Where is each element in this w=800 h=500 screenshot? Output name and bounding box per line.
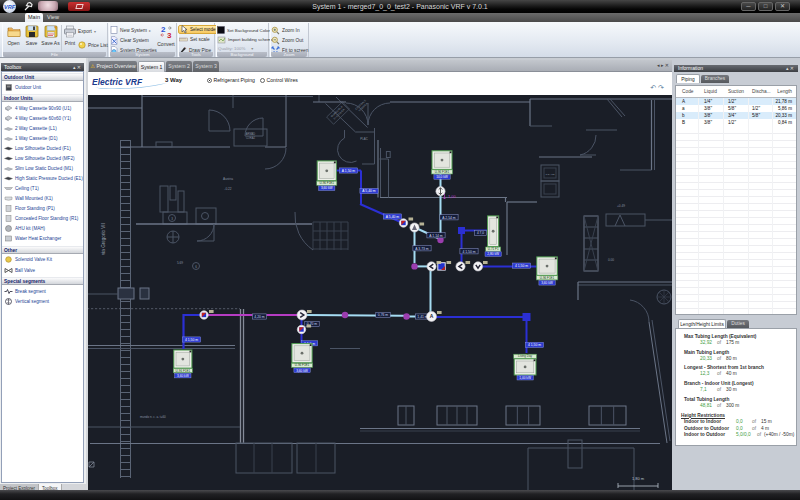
- svg-text:mundo n. c. a. t=60: mundo n. c. a. t=60: [140, 415, 166, 419]
- svg-text:A 5,40 m: A 5,40 m: [362, 189, 376, 193]
- svg-text:A 1,50 m: A 1,50 m: [342, 169, 356, 173]
- svg-text:0.00: 0.00: [608, 258, 614, 262]
- svg-text:A 5,40 m: A 5,40 m: [386, 215, 400, 219]
- svg-text:4 7,0: 4 7,0: [477, 231, 484, 235]
- svg-text:3: 3: [167, 31, 172, 39]
- svg-text:5.69: 5.69: [177, 261, 183, 265]
- svg-text:A 3,73 m: A 3,73 m: [415, 247, 429, 251]
- svg-text:A: A: [430, 313, 434, 319]
- svg-text:CORAZ: CORAZ: [246, 136, 255, 140]
- svg-text:3,60 kW: 3,60 kW: [321, 186, 333, 190]
- svg-text:U-96 F1E1: U-96 F1E1: [295, 363, 310, 367]
- svg-text:A 2,54 m: A 2,54 m: [442, 216, 456, 220]
- svg-text:-0.22: -0.22: [224, 187, 231, 191]
- svg-text:Austria: Austria: [223, 177, 233, 181]
- svg-text:U-96 F1E1: U-96 F1E1: [540, 276, 555, 280]
- svg-text:1,00 kW: 1,00 kW: [519, 376, 531, 380]
- svg-text:4 1,50 m: 4 1,50 m: [462, 250, 475, 254]
- svg-text:C.DACE: C.DACE: [545, 173, 554, 176]
- svg-text:U-71 F1: U-71 F1: [488, 247, 499, 251]
- svg-text:2: 2: [161, 25, 166, 34]
- svg-text:4 1,50 m: 4 1,50 m: [515, 264, 528, 268]
- svg-text:3,60 kW: 3,60 kW: [296, 369, 308, 373]
- svg-text:U-96 F1E1: U-96 F1E1: [319, 181, 334, 185]
- svg-text:Living Day: Living Day: [518, 354, 533, 358]
- svg-text:3,60 kW: 3,60 kW: [541, 281, 553, 285]
- svg-text:4 1,50 m: 4 1,50 m: [185, 338, 198, 342]
- svg-text:via Gregorio VII: via Gregorio VII: [101, 223, 106, 255]
- svg-text:A 1,14 m: A 1,14 m: [429, 234, 443, 238]
- svg-text:2,80 kW: 2,80 kW: [487, 252, 499, 256]
- svg-text:3,60 kW: 3,60 kW: [177, 374, 189, 378]
- svg-text:0,76 m: 0,76 m: [378, 313, 389, 317]
- svg-text:U-96 F1E1: U-96 F1E1: [435, 170, 450, 174]
- svg-text:4 1,50 m: 4 1,50 m: [528, 343, 541, 347]
- svg-text:4,20 m: 4,20 m: [254, 315, 265, 319]
- svg-text:ARMAD: ARMAD: [246, 132, 255, 136]
- svg-text:1,80 m: 1,80 m: [632, 476, 645, 481]
- svg-text:10,0 kW: 10,0 kW: [436, 175, 448, 179]
- svg-text:U-96 F1E1: U-96 F1E1: [176, 369, 191, 373]
- svg-text:PLAC: PLAC: [360, 137, 367, 141]
- svg-text:1,00: 1,00: [448, 194, 457, 199]
- svg-text:Electric VRF: Electric VRF: [92, 77, 143, 87]
- svg-text:+0.49: +0.49: [617, 204, 625, 208]
